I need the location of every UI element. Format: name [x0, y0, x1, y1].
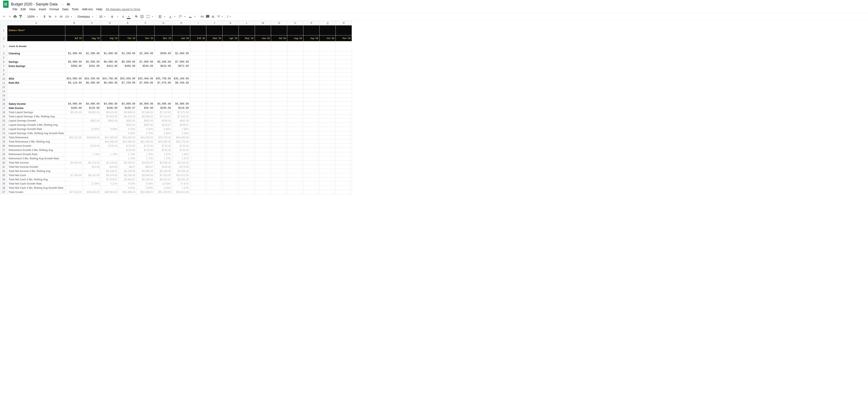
cell-R3[interactable]: [336, 41, 352, 52]
horizontal-align-button[interactable]: ▼: [157, 15, 167, 19]
cell-Q6[interactable]: [319, 60, 336, 64]
cell-H34[interactable]: $9,343.33: [173, 178, 190, 182]
cell-Q33[interactable]: -: [319, 173, 336, 178]
cell-M1[interactable]: [255, 25, 271, 35]
cell-C4[interactable]: $2,300.00: [83, 52, 101, 56]
cell-Q34[interactable]: -: [319, 178, 336, 182]
cell-J24[interactable]: -: [207, 135, 223, 139]
cell-G24[interactable]: $43,720.00: [155, 135, 173, 139]
cell-O32[interactable]: -: [287, 169, 303, 173]
cell-C32[interactable]: -: [83, 169, 101, 173]
cell-A4[interactable]: Checking: [7, 52, 65, 56]
cell-C28[interactable]: 1.79%: [83, 152, 101, 156]
italic-button[interactable]: I: [115, 14, 120, 19]
cell-B15[interactable]: [65, 98, 83, 102]
row-header-35[interactable]: 35: [0, 182, 7, 186]
cell-A17[interactable]: Side Income: [7, 106, 65, 110]
cell-P33[interactable]: -: [303, 173, 319, 178]
cell-K16[interactable]: [223, 102, 239, 106]
cell-L17[interactable]: [239, 106, 255, 110]
cell-L19[interactable]: -: [239, 115, 255, 119]
cell-F21[interactable]: $562.00: [137, 123, 155, 127]
cell-O22[interactable]: -: [287, 127, 303, 131]
cell-G9[interactable]: [155, 72, 173, 76]
row-header-36[interactable]: 36: [0, 186, 7, 190]
cell-P28[interactable]: -: [303, 152, 319, 156]
cell-B12[interactable]: [65, 85, 83, 89]
cell-M32[interactable]: -: [255, 169, 271, 173]
cell-Q28[interactable]: -: [319, 152, 336, 156]
cell-G7[interactable]: $610.00: [155, 64, 173, 68]
cell-J30[interactable]: -: [207, 161, 223, 165]
row-header-5[interactable]: 5: [0, 56, 7, 60]
cell-D3[interactable]: [101, 41, 119, 52]
cell-H30[interactable]: $4,120.00: [173, 161, 190, 165]
cell-P34[interactable]: -: [303, 178, 319, 182]
cell-L30[interactable]: -: [239, 161, 255, 165]
cell-L25[interactable]: -: [239, 139, 255, 144]
cell-C34[interactable]: -: [83, 178, 101, 182]
cell-A37[interactable]: Total Assets: [7, 190, 65, 194]
cell-Q11[interactable]: [319, 81, 336, 85]
cell-F15[interactable]: [137, 98, 155, 102]
cell-M7[interactable]: [255, 64, 271, 68]
cell-F14[interactable]: [137, 93, 155, 98]
cell-R21[interactable]: -: [336, 123, 352, 127]
cell-E12[interactable]: [119, 85, 137, 89]
cell-K10[interactable]: [223, 76, 239, 81]
cell-N19[interactable]: -: [271, 115, 287, 119]
cell-L32[interactable]: -: [239, 169, 255, 173]
cell-A27[interactable]: Retirement Growth 3 Mo. Rolling Avg: [7, 148, 65, 152]
cell-H15[interactable]: [173, 98, 190, 102]
cell-F5[interactable]: [137, 56, 155, 60]
cell-L36[interactable]: -: [239, 186, 255, 190]
row-header-20[interactable]: 20: [0, 119, 7, 123]
menu-view[interactable]: View: [28, 7, 37, 12]
cell-G33[interactable]: $7,610.00: [155, 173, 173, 178]
cell-O3[interactable]: [287, 41, 303, 52]
cell-B4[interactable]: $1,900.00: [65, 52, 83, 56]
cell-A32[interactable]: Total Net Income 3 Mo. Rolling Avg: [7, 169, 65, 173]
cell-B28[interactable]: -: [65, 152, 83, 156]
row-header-7[interactable]: 7: [0, 64, 7, 68]
cell-K37[interactable]: -: [223, 190, 239, 194]
cell-Q35[interactable]: -: [319, 182, 336, 186]
cell-L27[interactable]: -: [239, 148, 255, 152]
cell-E37[interactable]: $51,466.00: [119, 190, 137, 194]
cell-D36[interactable]: -: [101, 186, 119, 190]
cell-C9[interactable]: [83, 72, 101, 76]
cell-L14[interactable]: [239, 93, 255, 98]
cell-G14[interactable]: [155, 93, 173, 98]
functions-button[interactable]: Σ▼: [226, 14, 232, 19]
cell-F16[interactable]: $4,000.00: [137, 102, 155, 106]
cell-B27[interactable]: -: [65, 148, 83, 152]
row-header-29[interactable]: 29: [0, 156, 7, 161]
cell-M34[interactable]: -: [255, 178, 271, 182]
row-header-11[interactable]: 11: [0, 81, 7, 85]
cell-A26[interactable]: Retirement Growth: [7, 144, 65, 148]
cell-R32[interactable]: -: [336, 169, 352, 173]
cell-F32[interactable]: $4,085.56: [137, 169, 155, 173]
cell-O16[interactable]: [287, 102, 303, 106]
cell-Q32[interactable]: -: [319, 169, 336, 173]
column-header-a[interactable]: A: [7, 21, 65, 25]
cell-M23[interactable]: -: [255, 131, 271, 135]
cell-F6[interactable]: $7,000.00: [137, 60, 155, 64]
cell-O34[interactable]: -: [287, 178, 303, 182]
cell-A9[interactable]: [7, 72, 65, 76]
cell-H28[interactable]: 1.65%: [173, 152, 190, 156]
cell-B36[interactable]: -: [65, 186, 83, 190]
cell-I16[interactable]: [190, 102, 207, 106]
cell-C21[interactable]: -: [83, 123, 101, 127]
cell-F17[interactable]: $50.00: [137, 106, 155, 110]
cell-P2[interactable]: Sep '20: [303, 35, 319, 41]
cell-G4[interactable]: $500.00: [155, 52, 173, 56]
cell-L37[interactable]: -: [239, 190, 255, 194]
cell-P26[interactable]: -: [303, 144, 319, 148]
cell-M37[interactable]: -: [255, 190, 271, 194]
cell-O31[interactable]: -: [287, 165, 303, 169]
row-header-18[interactable]: 18: [0, 110, 7, 115]
cell-K6[interactable]: [223, 60, 239, 64]
cell-M17[interactable]: [255, 106, 271, 110]
cell-P19[interactable]: -: [303, 115, 319, 119]
